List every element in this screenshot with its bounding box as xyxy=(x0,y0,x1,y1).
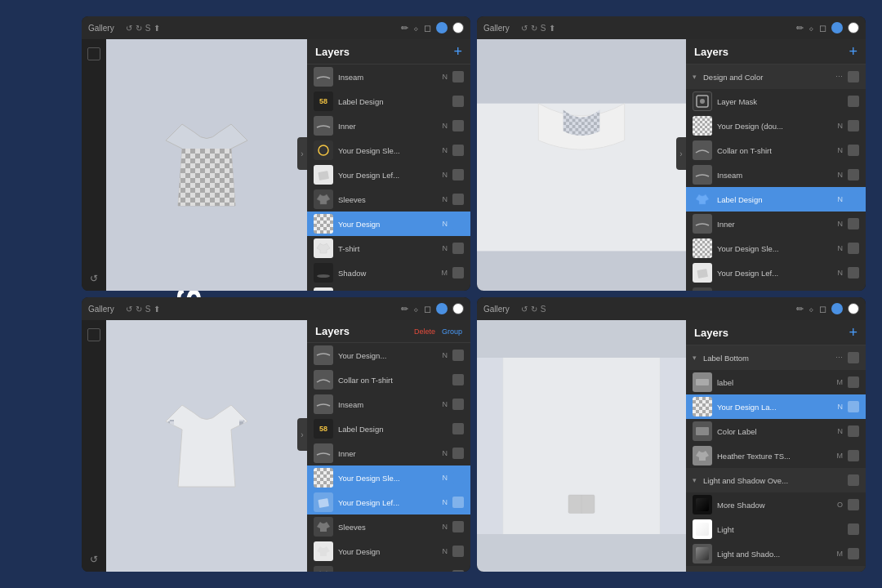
layer-group-labelbottom[interactable]: ▾ Label Bottom ⋯ xyxy=(686,345,866,370)
group-action-bl[interactable]: Group xyxy=(442,327,462,336)
layer-yourdesign-bl[interactable]: Your Design N xyxy=(307,539,470,564)
layer-sleeves-tr[interactable]: Sleeves N xyxy=(686,285,866,291)
eraser-icon-br[interactable]: ◻ xyxy=(819,304,826,314)
redo-icon-bl[interactable]: ↻ xyxy=(136,305,142,314)
layer-vis-designsle-bl[interactable] xyxy=(452,472,464,483)
brush-icon-tl[interactable]: ✏ xyxy=(401,23,408,33)
smudge-icon-tr[interactable]: ⬦ xyxy=(808,23,814,33)
color-dot2-bl[interactable] xyxy=(452,303,464,314)
layer-group-dc-br[interactable]: ▾ Design and Color xyxy=(686,566,866,572)
layer-vis-light-br[interactable] xyxy=(848,523,859,535)
layer-labeldesign-tl[interactable]: 58 Label Design xyxy=(307,89,470,114)
layer-vis-lb[interactable] xyxy=(848,352,859,363)
color-dot-tr[interactable] xyxy=(831,22,843,33)
gallery-label-tl[interactable]: Gallery xyxy=(88,24,114,33)
layers-add-br[interactable]: + xyxy=(849,325,858,340)
layer-designsle-bl[interactable]: Your Design Sle... N xyxy=(307,466,470,490)
layer-vis-label[interactable] xyxy=(452,96,464,107)
rotate-icon-bl[interactable]: ↺ xyxy=(126,305,132,314)
layer-vis-designlef[interactable] xyxy=(452,169,464,180)
brush-icon-br[interactable]: ✏ xyxy=(796,304,804,314)
save-icon-tr[interactable]: S xyxy=(541,24,546,33)
layer-vis-designla-br[interactable] xyxy=(848,401,859,412)
export-icon-tr[interactable]: ⬆ xyxy=(549,24,555,33)
layer-collar-tr[interactable]: Collar on T-shirt N xyxy=(686,138,866,163)
layer-vis-ls[interactable] xyxy=(848,474,859,486)
layer-vis-tshirt[interactable] xyxy=(452,243,464,254)
layer-designlef-tl[interactable]: Your Design Lef... N xyxy=(307,163,470,187)
layer-vis-yd-top-bl[interactable] xyxy=(452,350,464,361)
layer-group-lightshadow[interactable]: ▾ Light and Shadow Ove... xyxy=(686,468,866,492)
save-icon-bl[interactable]: S xyxy=(145,305,151,314)
save-icon[interactable]: S xyxy=(145,24,151,33)
tool-square-tl[interactable] xyxy=(87,47,100,60)
layer-vis-designdou[interactable] xyxy=(848,120,859,131)
gallery-label-bl[interactable]: Gallery xyxy=(88,305,114,314)
redo-icon[interactable]: ↻ xyxy=(136,24,142,33)
layer-mask-tr[interactable]: Layer Mask xyxy=(686,89,866,114)
layer-yourdesign-top-bl[interactable]: Your Design... N xyxy=(307,343,470,368)
layer-group-dc[interactable]: ▾ Design and Color ⋯ xyxy=(686,65,866,89)
tool-square-bl[interactable] xyxy=(87,328,100,341)
layer-vis-inseam-tr[interactable] xyxy=(848,169,859,180)
layers-add-tr[interactable]: + xyxy=(849,44,858,59)
layer-vis-tshirt-bl[interactable] xyxy=(452,570,464,572)
layer-vis-inner-tr[interactable] xyxy=(848,218,859,229)
panel-handle-bl[interactable]: › xyxy=(297,418,307,451)
layer-tshirt-tl[interactable]: T-shirt N xyxy=(307,236,470,261)
layer-tshirt-bl[interactable]: T-shirt N xyxy=(307,564,470,572)
layer-inner-tl[interactable]: Inner N xyxy=(307,114,470,138)
layer-yourdesign-tl[interactable]: Your Design N xyxy=(307,212,470,236)
layer-vis-inseam-bl[interactable] xyxy=(452,399,464,410)
layer-collar-bl[interactable]: Collar on T-shirt xyxy=(307,368,470,392)
layer-inseam-bl[interactable]: Inseam N xyxy=(307,392,470,416)
panel-handle-tr[interactable]: › xyxy=(676,137,686,170)
color-dot-br[interactable] xyxy=(831,303,843,314)
layer-moreshadow-br[interactable]: More Shadow O xyxy=(686,492,866,517)
layer-vis-label-br[interactable] xyxy=(848,376,859,388)
layer-light-br[interactable]: Light xyxy=(686,517,866,541)
panel-handle-tl[interactable]: › xyxy=(297,137,307,170)
layer-inseam-tl[interactable]: Inseam N xyxy=(307,65,470,89)
save-icon-br[interactable]: S xyxy=(541,305,546,314)
layer-inner-bl[interactable]: Inner N xyxy=(307,441,470,466)
layer-vis-designsle[interactable] xyxy=(452,145,464,156)
export-icon-bl[interactable]: ⬆ xyxy=(154,305,160,314)
layer-designsle-tl[interactable]: Your Design Sle... N xyxy=(307,138,470,163)
layer-vis-colorlabel-br[interactable] xyxy=(848,425,859,437)
layer-designdou-tr[interactable]: Your Design (dou... N xyxy=(686,114,866,138)
layer-label-br[interactable]: label M xyxy=(686,370,866,394)
layer-vis-inner[interactable] xyxy=(452,120,464,131)
layer-vis-heather-br[interactable] xyxy=(848,450,859,461)
delete-action-bl[interactable]: Delete xyxy=(414,327,435,336)
eraser-icon-tr[interactable]: ◻ xyxy=(819,23,826,33)
layers-add-tl[interactable]: + xyxy=(453,44,462,59)
layer-vis-shadow[interactable] xyxy=(452,267,464,278)
color-dot2-br[interactable] xyxy=(848,303,859,314)
layer-vis-designsle-tr[interactable] xyxy=(848,243,859,254)
redo-icon-tr[interactable]: ↻ xyxy=(531,24,537,33)
layer-vis-designlef-bl[interactable] xyxy=(452,497,464,508)
layer-vis-labeldesign-tr[interactable] xyxy=(848,194,859,205)
layer-vis-inner-bl[interactable] xyxy=(452,448,464,459)
color-dot-bl[interactable] xyxy=(436,303,448,314)
brush-icon-tr[interactable]: ✏ xyxy=(796,23,804,33)
eraser-icon-tl[interactable]: ◻ xyxy=(424,23,431,33)
layer-vis-yd-bl[interactable] xyxy=(452,546,464,557)
layer-designlef-bl[interactable]: Your Design Lef... N xyxy=(307,490,470,514)
layer-lightshado-br[interactable]: Light and Shado... M xyxy=(686,541,866,566)
color-dot-tl[interactable] xyxy=(436,22,448,33)
layer-colorlabel-br[interactable]: Color Label N xyxy=(686,419,866,443)
layer-vis-yourdesign[interactable] xyxy=(452,218,464,229)
smudge-icon-bl[interactable]: ⬦ xyxy=(413,304,419,314)
layer-vis-collar-bl[interactable] xyxy=(452,374,464,385)
layer-inner-tr[interactable]: Inner N xyxy=(686,212,866,236)
layer-vis-labeldesign-bl[interactable] xyxy=(452,423,464,434)
layer-sleeves-bl[interactable]: Sleeves N xyxy=(307,514,470,539)
eraser-icon-bl[interactable]: ◻ xyxy=(424,304,431,314)
layer-vis-collar[interactable] xyxy=(848,145,859,156)
layer-inseam-tr[interactable]: Inseam N xyxy=(686,163,866,187)
layer-bgcolor-tl[interactable]: Background color xyxy=(307,285,470,291)
undo-btn-bl[interactable]: ↺ xyxy=(90,554,98,565)
layer-vis-moreshadow-br[interactable] xyxy=(848,499,859,510)
